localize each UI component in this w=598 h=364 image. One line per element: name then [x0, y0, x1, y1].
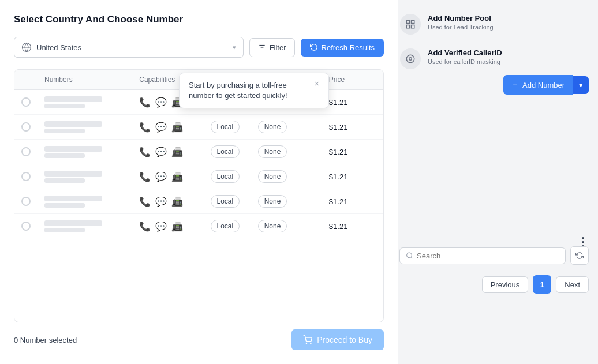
svg-point-5	[409, 58, 412, 61]
refresh-results-icon	[310, 43, 318, 51]
header-select	[21, 76, 44, 84]
sms-icon: 💬	[155, 122, 167, 133]
chevron-down-icon: ▾	[233, 44, 236, 51]
svg-point-12	[311, 343, 311, 343]
right-panel: Add Number Pool Used for Lead Tracking A…	[390, 0, 598, 364]
fax-icon: 📠	[171, 147, 183, 157]
chevron-down-icon: ▾	[579, 81, 583, 89]
row-radio[interactable]	[21, 172, 31, 181]
row-address: None	[258, 170, 329, 183]
row-price: $1.21	[329, 148, 376, 156]
phone-icon: 📞	[139, 221, 151, 232]
fax-icon: 📠	[171, 196, 183, 207]
table-row[interactable]: 📞 💬 📠 Local None $1.21	[14, 115, 383, 140]
svg-point-4	[406, 55, 414, 63]
pagination: Previous 1 Next	[390, 268, 598, 301]
filter-button[interactable]: Filter	[249, 38, 295, 57]
modal-controls: United States ▾ Filter Refresh Results	[14, 37, 384, 58]
row-address: None	[258, 220, 329, 232]
row-price: $1.21	[329, 222, 376, 231]
modal-footer: 0 Number selected Proceed to Buy	[14, 329, 384, 350]
refresh-icon	[575, 252, 584, 260]
selected-count: 0 Number selected	[14, 336, 77, 344]
tooltip-text: Start by purchasing a toll-free number t…	[189, 80, 309, 101]
svg-rect-1	[412, 20, 414, 23]
phone-icon: 📞	[139, 196, 151, 207]
filter-icon	[258, 43, 266, 51]
row-address: None	[258, 121, 329, 133]
row-price: $1.21	[329, 98, 376, 107]
search-box[interactable]	[399, 247, 566, 264]
search-area	[390, 239, 598, 272]
number-pool-text: Add Number Pool Used for Lead Tracking	[428, 14, 494, 31]
svg-point-6	[407, 253, 412, 258]
row-type: Local	[211, 121, 258, 133]
table-row[interactable]: 📞 💬 📠 Local None $1.21	[14, 189, 383, 214]
header-price: Price	[329, 76, 376, 84]
callerid-subtitle: Used for callerID masking	[428, 58, 502, 65]
callerid-text: Add Verified CallerID Used for callerID …	[428, 48, 502, 65]
row-type: Local	[211, 195, 258, 208]
svg-rect-0	[406, 20, 409, 23]
row-type: Local	[211, 220, 258, 232]
sms-icon: 💬	[155, 196, 167, 207]
search-icon	[406, 252, 413, 260]
header-numbers: Numbers	[44, 76, 139, 84]
table-row[interactable]: 📞 💬 📠 Local None $1.21	[14, 140, 383, 164]
add-number-pool-item[interactable]: Add Number Pool Used for Lead Tracking	[391, 7, 598, 42]
refresh-button[interactable]	[570, 246, 589, 265]
row-number	[44, 220, 139, 232]
row-number	[44, 146, 139, 158]
row-number	[44, 121, 139, 133]
table-row[interactable]: 📞 💬 📠 Local None $1.21	[14, 214, 383, 238]
add-verified-callerid-item[interactable]: Add Verified CallerID Used for callerID …	[391, 42, 598, 76]
row-address: None	[258, 195, 329, 208]
row-price: $1.21	[329, 197, 376, 206]
row-price: $1.21	[329, 123, 376, 132]
add-number-dropdown-button[interactable]: ▾	[573, 76, 589, 94]
current-page: 1	[533, 275, 551, 294]
tooltip-close-button[interactable]: ×	[315, 79, 319, 88]
phone-icon: 📞	[139, 147, 151, 157]
modal: Select Country And Choose Number United …	[0, 0, 398, 364]
fax-icon: 📠	[171, 221, 183, 232]
callerid-title: Add Verified CallerID	[428, 48, 502, 57]
callerid-icon	[400, 48, 421, 69]
row-radio[interactable]	[21, 147, 31, 156]
add-number-button[interactable]: ＋ Add Number	[503, 75, 573, 95]
plus-icon: ＋	[511, 80, 519, 90]
refresh-results-button[interactable]: Refresh Results	[301, 39, 384, 57]
next-button[interactable]: Next	[556, 276, 589, 293]
row-number	[44, 196, 139, 208]
svg-point-11	[307, 343, 307, 343]
number-pool-icon	[400, 14, 421, 35]
globe-icon	[21, 42, 32, 52]
row-radio[interactable]	[21, 122, 31, 132]
row-capabilities: 📞 💬 📠	[139, 221, 210, 232]
number-pool-title: Add Number Pool	[428, 14, 494, 22]
row-number	[44, 96, 139, 108]
previous-button[interactable]: Previous	[482, 276, 529, 293]
phone-icon: 📞	[139, 122, 151, 133]
cart-icon	[303, 335, 312, 344]
row-type: Local	[211, 145, 258, 158]
phone-icon: 📞	[139, 171, 151, 182]
row-capabilities: 📞 💬 📠	[139, 147, 210, 157]
row-type: Local	[211, 170, 258, 183]
table-row[interactable]: 📞 💬 📠 Local None $1.21	[14, 164, 383, 189]
row-capabilities: 📞 💬 📠	[139, 171, 210, 182]
row-capabilities: 📞 💬 📠	[139, 122, 210, 133]
search-input[interactable]	[417, 252, 559, 260]
country-select[interactable]: United States ▾	[14, 37, 244, 58]
row-capabilities: 📞 💬 📠	[139, 196, 210, 207]
row-radio[interactable]	[21, 97, 31, 107]
row-radio[interactable]	[21, 222, 31, 231]
fax-icon: 📠	[171, 122, 183, 133]
number-pool-subtitle: Used for Lead Tracking	[428, 24, 494, 31]
proceed-buy-button[interactable]: Proceed to Buy	[291, 329, 384, 350]
row-number	[44, 171, 139, 183]
row-address: None	[258, 145, 329, 158]
sms-icon: 💬	[155, 97, 167, 108]
svg-rect-3	[412, 25, 414, 28]
row-radio[interactable]	[21, 197, 31, 206]
